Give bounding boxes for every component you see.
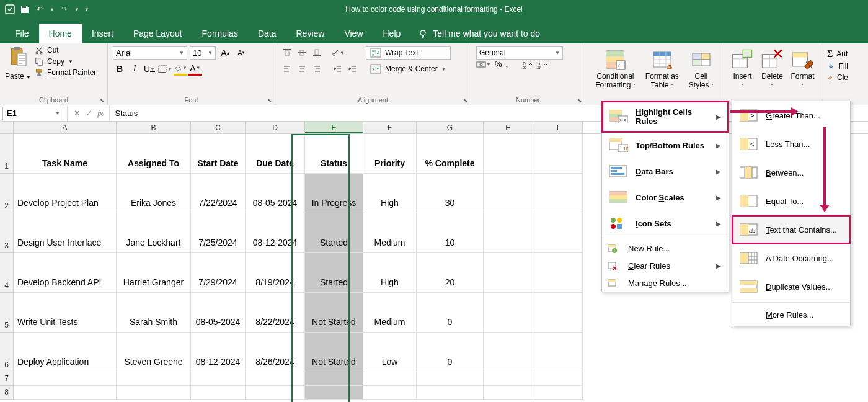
wrap-text-button[interactable]: abcWrap Text bbox=[366, 46, 451, 60]
delete-cells-button[interactable]: Delete˅ bbox=[761, 48, 783, 91]
col-header[interactable]: I bbox=[533, 122, 583, 133]
cell[interactable] bbox=[484, 213, 533, 253]
tab-help[interactable]: Help bbox=[373, 24, 411, 43]
underline-button[interactable]: U ▼ bbox=[143, 62, 156, 76]
cell[interactable]: Develop Backend API bbox=[14, 253, 117, 293]
tab-pagelayout[interactable]: Page Layout bbox=[123, 24, 192, 43]
cell[interactable]: In Progress bbox=[305, 174, 363, 213]
row-header[interactable]: 7 bbox=[0, 372, 14, 386]
align-left[interactable] bbox=[280, 62, 294, 76]
align-right[interactable] bbox=[310, 62, 324, 76]
redo-dd[interactable]: ▼ bbox=[74, 7, 79, 12]
col-header[interactable]: E bbox=[305, 122, 363, 133]
submenu-equal-to[interactable]: = Equal To... bbox=[732, 187, 850, 215]
cell[interactable] bbox=[14, 372, 117, 386]
cell[interactable]: Start Date bbox=[191, 134, 246, 174]
cell[interactable]: 08-12-2024 bbox=[246, 213, 305, 253]
cell[interactable] bbox=[484, 386, 533, 400]
merge-center-button[interactable]: Merge & Center ▼ bbox=[366, 62, 451, 76]
tab-view[interactable]: View bbox=[334, 24, 373, 43]
bold-button[interactable]: B bbox=[113, 62, 126, 76]
fx-button[interactable]: fx bbox=[97, 109, 103, 118]
row-header[interactable]: 2 bbox=[0, 174, 14, 213]
cell[interactable]: Assigned To bbox=[117, 134, 191, 174]
tab-home[interactable]: Home bbox=[39, 24, 82, 43]
cell[interactable]: 08-05-2024 bbox=[191, 293, 246, 333]
cell[interactable] bbox=[14, 386, 117, 400]
number-launcher[interactable]: ⬊ bbox=[577, 97, 582, 104]
cell[interactable]: 8/19/2024 bbox=[246, 253, 305, 293]
format-cells-button[interactable]: Format˅ bbox=[790, 48, 814, 91]
menu-data-bars[interactable]: Data Bars ▶ bbox=[602, 158, 728, 184]
tab-insert[interactable]: Insert bbox=[82, 24, 123, 43]
cell[interactable] bbox=[484, 174, 533, 213]
number-format-select[interactable]: General▼ bbox=[476, 46, 563, 60]
cell[interactable]: 0 bbox=[417, 333, 484, 372]
clear-button[interactable]: Cle bbox=[827, 73, 848, 82]
cell[interactable]: Jane Lockhart bbox=[117, 213, 191, 253]
cell[interactable]: Not Started bbox=[305, 293, 363, 333]
submenu-date-occurring[interactable]: A Date Occurring... bbox=[732, 244, 850, 272]
save-icon[interactable] bbox=[20, 4, 30, 14]
cell-styles-button[interactable]: CellStyles ˅ bbox=[689, 48, 714, 91]
menu-new-rule[interactable]: + New Rule... bbox=[602, 239, 728, 257]
cell[interactable]: Started bbox=[305, 213, 363, 253]
menu-color-scales[interactable]: Color Scales ▶ bbox=[602, 184, 728, 210]
autosum-button[interactable]: ΣAut bbox=[827, 48, 848, 60]
cell[interactable] bbox=[246, 372, 305, 386]
increase-indent[interactable] bbox=[346, 62, 360, 76]
cell[interactable] bbox=[417, 372, 484, 386]
col-header[interactable]: F bbox=[363, 122, 417, 133]
row-header[interactable]: 6 bbox=[0, 333, 14, 372]
cell[interactable] bbox=[533, 213, 583, 253]
cell[interactable] bbox=[533, 372, 583, 386]
cell[interactable]: Steven Greene bbox=[117, 333, 191, 372]
cell[interactable] bbox=[117, 372, 191, 386]
menu-top-bottom-rules[interactable]: ↑10 Top/Bottom Rules ▶ bbox=[602, 132, 728, 158]
decrease-decimal[interactable]: .00.0 bbox=[536, 60, 547, 69]
tab-formulas[interactable]: Formulas bbox=[192, 24, 248, 43]
cell[interactable]: 7/22/2024 bbox=[191, 174, 246, 213]
cell[interactable] bbox=[417, 386, 484, 400]
row-header[interactable]: 4 bbox=[0, 253, 14, 293]
name-box[interactable]: E1▼ bbox=[2, 107, 64, 120]
col-header[interactable]: G bbox=[417, 122, 484, 133]
cell[interactable]: 8/22/2024 bbox=[246, 293, 305, 333]
col-header[interactable]: C bbox=[191, 122, 246, 133]
submenu-less-than[interactable]: < Less Than... bbox=[732, 130, 850, 158]
cell[interactable]: 08-05-2024 bbox=[246, 174, 305, 213]
cell[interactable]: 08-12-2024 bbox=[191, 333, 246, 372]
submenu-more-rules[interactable]: More Rules... bbox=[732, 304, 850, 326]
cell[interactable] bbox=[533, 134, 583, 174]
select-all-corner[interactable] bbox=[0, 122, 14, 133]
submenu-between[interactable]: Between... bbox=[732, 158, 850, 187]
accept-formula[interactable]: ✓ bbox=[86, 109, 92, 118]
cell[interactable] bbox=[363, 372, 417, 386]
percent-button[interactable]: % bbox=[495, 60, 502, 69]
cell[interactable]: Deploy Application bbox=[14, 333, 117, 372]
cut-button[interactable]: Cut bbox=[35, 46, 96, 55]
cell[interactable]: % Complete bbox=[417, 134, 484, 174]
cell[interactable] bbox=[533, 174, 583, 213]
cell[interactable]: 7/29/2024 bbox=[191, 253, 246, 293]
cell[interactable] bbox=[533, 333, 583, 372]
clipboard-launcher[interactable]: ⬊ bbox=[100, 97, 105, 104]
cell[interactable]: Not Started bbox=[305, 333, 363, 372]
cell[interactable]: 8/26/2024 bbox=[246, 333, 305, 372]
cell[interactable]: Medium bbox=[363, 293, 417, 333]
align-middle[interactable] bbox=[295, 46, 309, 60]
orientation-button[interactable]: ▼ bbox=[331, 46, 345, 60]
font-size-select[interactable]: 10▼ bbox=[190, 46, 216, 60]
cell[interactable] bbox=[246, 386, 305, 400]
format-as-table-button[interactable]: Format asTable ˅ bbox=[645, 48, 679, 91]
cell[interactable]: Task Name bbox=[14, 134, 117, 174]
cell[interactable]: Develop Project Plan bbox=[14, 174, 117, 213]
menu-icon-sets[interactable]: Icon Sets ▶ bbox=[602, 210, 728, 236]
decrease-indent[interactable] bbox=[331, 62, 345, 76]
autosave-icon[interactable] bbox=[5, 4, 15, 14]
menu-clear-rules[interactable]: Clear Rules ▶ bbox=[602, 257, 728, 274]
paste-button[interactable]: Paste ▼ bbox=[5, 46, 31, 81]
cell[interactable] bbox=[191, 386, 246, 400]
undo-icon[interactable]: ↶ bbox=[35, 4, 45, 14]
font-launcher[interactable]: ⬊ bbox=[267, 97, 272, 104]
